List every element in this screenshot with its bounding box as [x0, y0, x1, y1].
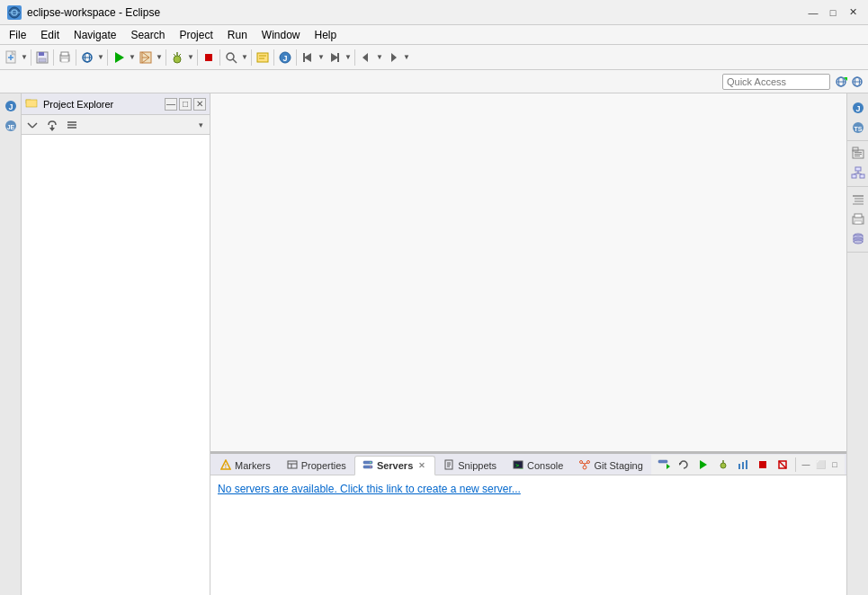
tab-properties[interactable]: Properties — [279, 455, 354, 475]
search-dropdown[interactable]: ▼ — [240, 48, 249, 67]
svg-point-20 — [174, 56, 181, 63]
bottom-maximize-button[interactable]: □ — [828, 458, 841, 471]
next-edit-dropdown[interactable]: ▼ — [344, 48, 353, 67]
menu-search[interactable]: Search — [123, 27, 172, 43]
menu-project[interactable]: Project — [172, 27, 219, 43]
forward-dropdown[interactable]: ▼ — [402, 48, 411, 67]
title-bar: eclipse-workspace - Eclipse — □ ✕ — [0, 0, 868, 25]
main: J JE Project Explorer — — [0, 93, 868, 595]
perspective-dropdown[interactable]: ▼ — [96, 48, 105, 67]
sidebar-left: J JE — [0, 93, 22, 595]
menu-navigate[interactable]: Navigate — [67, 27, 123, 43]
customize-perspective-button[interactable] — [850, 75, 864, 89]
maximize-button[interactable]: □ — [825, 4, 841, 21]
tab-snippets[interactable]: Snippets — [435, 455, 505, 475]
collapse-all-button[interactable] — [23, 115, 41, 135]
tab-servers[interactable]: Servers ✕ — [354, 456, 435, 475]
project-explorer-toolbar: ▾ — [22, 115, 210, 135]
svg-marker-54 — [49, 128, 55, 131]
forward-edit-button[interactable] — [326, 48, 344, 67]
extra-section — [847, 189, 868, 253]
tab-console[interactable]: >_ Console — [505, 455, 571, 475]
open-type-button[interactable]: J — [276, 48, 294, 67]
project-explorer: Project Explorer — □ ✕ — [22, 93, 210, 595]
open-perspective-button[interactable] — [834, 75, 848, 89]
new-server-button[interactable] — [655, 455, 673, 475]
debug-server-button[interactable] — [714, 455, 732, 475]
menu-edit[interactable]: Edit — [33, 27, 67, 43]
tab-properties-label: Properties — [301, 460, 346, 471]
refresh-server-button[interactable] — [675, 455, 693, 475]
servers-icon — [362, 459, 373, 472]
perspective-button[interactable] — [78, 48, 96, 67]
bottom-restore-button[interactable]: ⬜ — [814, 458, 827, 471]
link-editor-button[interactable] — [43, 115, 61, 135]
project-explorer-minimize[interactable]: — — [165, 98, 177, 111]
print-button[interactable] — [56, 48, 74, 67]
minimize-button[interactable]: — — [805, 4, 821, 21]
close-button[interactable]: ✕ — [845, 4, 861, 21]
save-button[interactable] — [33, 48, 51, 67]
quick-access-input[interactable] — [722, 74, 830, 90]
debug-dropdown[interactable]: ▼ — [186, 48, 195, 67]
menu-window[interactable]: Window — [255, 27, 308, 43]
view-menu-button[interactable] — [63, 115, 81, 135]
tab-snippets-label: Snippets — [458, 460, 497, 471]
svg-point-83 — [720, 463, 726, 468]
java-perspective-icon[interactable]: J — [2, 97, 20, 115]
new-button[interactable] — [2, 48, 20, 67]
tab-markers[interactable]: ! Markers — [212, 455, 279, 475]
tab-git-staging[interactable]: Git Staging — [571, 455, 650, 475]
svg-line-22 — [174, 54, 175, 56]
start-server-button[interactable] — [694, 455, 712, 475]
db-icon[interactable] — [849, 230, 867, 248]
prev-edit-dropdown[interactable]: ▼ — [317, 48, 326, 67]
java-ee-perspective-icon[interactable]: JE — [2, 117, 20, 135]
create-server-link[interactable]: No servers are available. Click this lin… — [218, 483, 521, 495]
debug-button[interactable] — [168, 48, 186, 67]
git-staging-icon — [579, 459, 590, 472]
menu-run[interactable]: Run — [220, 27, 255, 43]
run-button[interactable] — [110, 48, 128, 67]
print-icon[interactable] — [849, 210, 867, 228]
project-explorer-body — [22, 135, 210, 595]
menu-help[interactable]: Help — [308, 27, 345, 43]
forward-button[interactable] — [384, 48, 402, 67]
sep11 — [354, 49, 355, 66]
svg-line-51 — [28, 123, 32, 128]
project-explorer-maximize[interactable]: □ — [179, 98, 192, 111]
pe-view-menu-btn[interactable]: ▾ — [193, 118, 208, 132]
stop-button[interactable] — [200, 48, 218, 67]
open-task-button[interactable] — [254, 48, 272, 67]
outline-icon[interactable] — [849, 191, 867, 209]
project-explorer-close[interactable]: ✕ — [193, 98, 206, 111]
type-hierarchy-icon[interactable] — [849, 164, 867, 182]
java-perspective-right-icon[interactable]: J — [849, 99, 867, 117]
app-icon — [7, 5, 22, 20]
bottom-panel: ! Markers — [210, 451, 846, 595]
next-edit-button[interactable] — [299, 48, 317, 67]
package-explorer-icon[interactable] — [849, 145, 867, 163]
stop-server-button[interactable] — [754, 455, 772, 475]
svg-line-23 — [179, 54, 181, 56]
svg-marker-80 — [667, 464, 670, 469]
svg-rect-100 — [855, 167, 861, 171]
svg-rect-101 — [852, 174, 856, 178]
markers-icon: ! — [220, 459, 231, 472]
servers-close-icon[interactable]: ✕ — [416, 460, 427, 471]
coverage-dropdown[interactable]: ▼ — [155, 48, 164, 67]
coverage-button[interactable] — [137, 48, 155, 67]
bottom-minimize-button[interactable]: — — [800, 458, 812, 471]
new-dropdown[interactable]: ▼ — [20, 48, 29, 67]
sep3 — [76, 49, 76, 66]
disconnect-server-button[interactable] — [774, 455, 792, 475]
search-button[interactable] — [222, 48, 240, 67]
run-dropdown[interactable]: ▼ — [128, 48, 137, 67]
bottom-content: No servers are available. Click this lin… — [210, 475, 846, 595]
team-synchronizing-icon[interactable]: TS — [849, 119, 867, 137]
back-button[interactable] — [357, 48, 375, 67]
menu-file[interactable]: File — [2, 27, 33, 43]
profile-server-button[interactable] — [734, 455, 752, 475]
svg-rect-11 — [61, 52, 68, 56]
back-dropdown[interactable]: ▼ — [375, 48, 384, 67]
